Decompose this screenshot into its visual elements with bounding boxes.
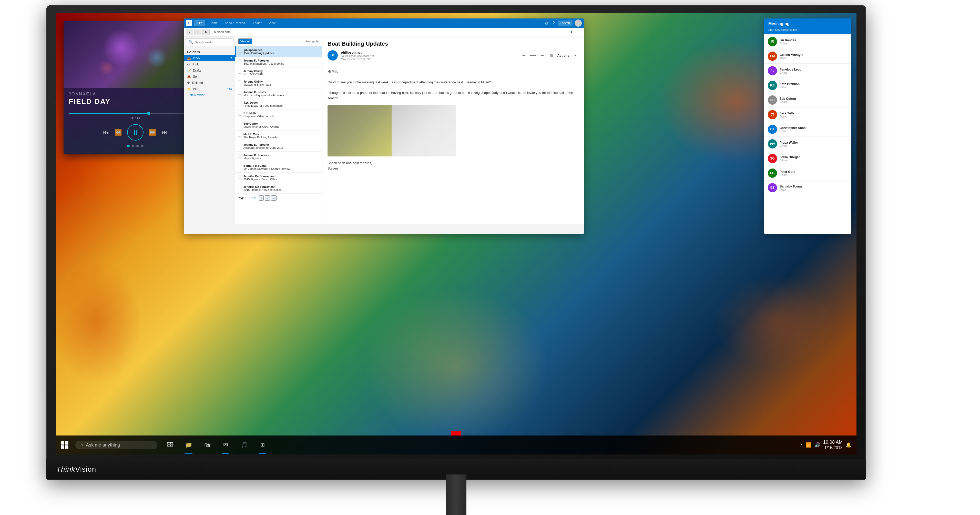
- more-icon[interactable]: ⋯: [576, 29, 582, 35]
- music-forward-button[interactable]: ⏩: [149, 129, 156, 136]
- email-item-1[interactable]: philipson.net Boat Building Updates: [235, 46, 322, 57]
- outlook-taskbar-button[interactable]: ✉: [217, 435, 234, 454]
- email-checkbox-13[interactable]: [238, 175, 242, 179]
- contact-peter[interactable]: PG Peter Gore Online: [764, 166, 851, 180]
- system-clock[interactable]: 10:08 AM 1/15/2018: [823, 439, 843, 451]
- email-checkbox-12[interactable]: [238, 165, 242, 168]
- outlook-tab-file[interactable]: File: [194, 20, 205, 26]
- music-play-button[interactable]: ⏸: [127, 124, 143, 140]
- email-checkbox-14[interactable]: [238, 186, 242, 189]
- forward-icon[interactable]: ↪: [539, 52, 546, 59]
- search-input[interactable]: [195, 41, 231, 44]
- email-item-2[interactable]: Joanne K. Forester Boat Management Tues …: [235, 57, 322, 67]
- contact-avatar-kate: KB: [768, 81, 777, 90]
- email-checkbox-8[interactable]: [238, 123, 242, 126]
- contact-ian[interactable]: IR Ian Ranfles Online: [764, 34, 851, 49]
- email-checkbox-7[interactable]: [238, 112, 242, 116]
- volume-icon[interactable]: 🔊: [815, 442, 820, 448]
- email-checkbox-4[interactable]: [238, 81, 242, 84]
- outlook-tab-send[interactable]: Send / Receive: [222, 20, 248, 26]
- email-item-12[interactable]: Bernard Mc Lane Mr. James Salvager's Sha…: [235, 162, 322, 172]
- folder-item-pop[interactable]: 📁 POP 116: [184, 86, 235, 92]
- music-taskbar-button[interactable]: 🎵: [235, 435, 253, 454]
- outlook-settings-icon[interactable]: ⚙: [544, 20, 549, 26]
- contact-christopher[interactable]: CA Christopher Anon Online: [764, 122, 851, 137]
- email-item-7[interactable]: P.K. Matter Corporate Video Launch: [235, 110, 322, 120]
- bookmark-icon[interactable]: ★: [568, 29, 574, 35]
- outlook-help-icon[interactable]: ?: [552, 20, 556, 26]
- email-checkbox-5[interactable]: [238, 91, 242, 95]
- email-item-14[interactable]: Jennifer De Souzamann 2016 Figures: New …: [235, 183, 322, 194]
- last-page-button[interactable]: »: [271, 195, 277, 201]
- contact-collins[interactable]: CM Collins McIntyre Away: [764, 49, 851, 64]
- outlook-user-badge[interactable]: Steven: [558, 21, 573, 26]
- folder-item-deleted[interactable]: 🗑 Deleted: [184, 80, 235, 86]
- file-explorer-button[interactable]: 📁: [180, 435, 197, 454]
- folder-item-drafts[interactable]: 📝 Drafts: [184, 67, 235, 73]
- contact-avatar-jack: JT: [768, 110, 777, 119]
- email-sender-4: Jeremy Ghillly: [243, 80, 320, 83]
- music-progress-bar[interactable]: [69, 113, 202, 114]
- task-view-button[interactable]: [161, 435, 179, 454]
- outlook-tab-home[interactable]: Home: [206, 20, 221, 26]
- email-checkbox-10[interactable]: [238, 143, 242, 147]
- start-button[interactable]: [56, 435, 73, 454]
- folder-item-inbox[interactable]: 📥 Inbox 2: [184, 55, 235, 61]
- email-item-5[interactable]: Joanne B. Foster Mrs. Jims Equipment's A…: [235, 88, 322, 99]
- prev-page-button[interactable]: ‹: [259, 195, 264, 201]
- view-all-button[interactable]: View All: [238, 38, 252, 44]
- contact-stella[interactable]: SO Stella Ortegan Offline: [764, 151, 851, 166]
- email-item-9[interactable]: Mr. I.T. Cola The Royal Building Awards: [235, 131, 322, 141]
- email-item-11[interactable]: Joanne D. Forester May's Figures: [235, 151, 322, 162]
- outlook-tab-view[interactable]: View: [266, 20, 278, 26]
- music-next-button[interactable]: ⏭: [161, 129, 168, 136]
- notifications-icon[interactable]: 🔔: [846, 442, 851, 448]
- arrange-label: Arrange by: [305, 40, 319, 43]
- outlook-addressbar: ‹ › ↻ ★ ⋯: [184, 28, 584, 37]
- new-conversation-button[interactable]: Start new conversation: [768, 28, 847, 31]
- email-checkbox-9[interactable]: [238, 133, 242, 137]
- contact-pippa[interactable]: PW Pippa Waller Online: [764, 137, 851, 151]
- email-subject-2: Boat Management Tues Meeting: [243, 62, 320, 65]
- network-icon[interactable]: 📶: [806, 442, 811, 448]
- tray-chevron-icon[interactable]: ∧: [800, 443, 803, 447]
- reply-all-icon[interactable]: ↩↩: [530, 52, 537, 59]
- email-item-8[interactable]: Seb Cotton Environmental Corp. Awards: [235, 120, 322, 131]
- email-checkbox-3[interactable]: [238, 70, 242, 73]
- back-button[interactable]: ‹: [186, 29, 193, 35]
- next-page-button[interactable]: ›: [265, 195, 270, 201]
- contact-kate[interactable]: KB Kate Brennan Offline: [764, 78, 851, 93]
- contact-seb[interactable]: SC Seb Cotton Online: [764, 93, 851, 107]
- contact-jack[interactable]: JT Jack Tufts Away: [764, 107, 851, 122]
- email-checkbox-1[interactable]: [239, 49, 242, 53]
- email-checkbox-2[interactable]: [238, 59, 242, 63]
- email-checkbox-11[interactable]: [238, 154, 242, 158]
- refresh-button[interactable]: ↻: [202, 29, 210, 35]
- email-item-4[interactable]: Jeremy Ghillly Marketing Show Plans: [235, 78, 322, 88]
- email-item-6[interactable]: J.W. Degen Finds Ideas for Food Managers: [235, 99, 322, 110]
- contact-info-stella: Stella Ortegan Offline: [780, 155, 848, 162]
- svg-rect-5: [170, 442, 173, 444]
- email-content-14: Jennifer De Souzamann 2016 Figures: New …: [243, 185, 320, 191]
- windows-store-button2[interactable]: ⊞: [254, 435, 271, 454]
- email-search[interactable]: 🔍: [186, 38, 233, 46]
- taskbar-search[interactable]: ○ Ask me anything: [75, 441, 158, 450]
- email-item-10[interactable]: Joanne D. Forester Account Forecast for …: [235, 141, 322, 151]
- delete-icon[interactable]: 🗑: [548, 52, 555, 59]
- folder-item-junk[interactable]: 🗂 Junk: [184, 61, 235, 67]
- email-item-13[interactable]: Jennifer De Souzamann 2015 Figures: Zuri…: [235, 172, 322, 183]
- music-prev-button[interactable]: ⏮: [103, 129, 109, 136]
- contact-penelope[interactable]: PL Penelope Legg Online: [764, 64, 851, 78]
- email-item-3[interactable]: Jeremy Ghillly Re: 05/15/2016: [235, 67, 322, 78]
- folder-item-sent[interactable]: 📤 Sent: [184, 73, 235, 80]
- actions-dropdown-icon[interactable]: ▾: [571, 52, 579, 59]
- reply-icon[interactable]: ↩: [520, 52, 527, 59]
- contact-barnaby[interactable]: BT Barnaby Tomas Away: [764, 180, 851, 195]
- address-field[interactable]: [212, 29, 566, 35]
- outlook-tab-folder[interactable]: Folder: [250, 20, 265, 26]
- forward-button[interactable]: ›: [194, 29, 201, 35]
- store-button[interactable]: 🛍: [198, 435, 216, 454]
- email-checkbox-6[interactable]: [238, 102, 242, 105]
- music-rewind-button[interactable]: ⏪: [114, 129, 122, 136]
- new-folder-button[interactable]: + New folder: [184, 92, 235, 98]
